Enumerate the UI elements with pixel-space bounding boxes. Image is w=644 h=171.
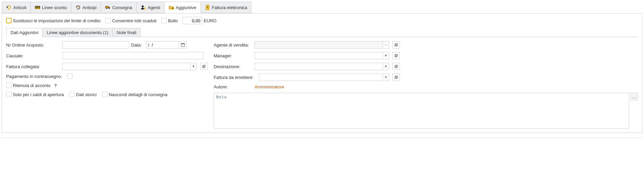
data-date-control [146, 41, 187, 49]
inner-tab-note-finali[interactable]: Note finali [113, 28, 141, 37]
tab-agenti[interactable]: Agenti [136, 2, 165, 13]
svg-point-3 [106, 8, 107, 9]
pagamento-contrassegno-label: Pagamento in contrassegno: [6, 74, 65, 79]
row-fattura-da-emettere: Fattura da emettere: ▼ [214, 74, 638, 81]
tab-linee-sconto[interactable]: Linee sconto [30, 2, 71, 13]
dropdown-button-disabled: ▾ [383, 41, 389, 49]
footer-divider [2, 138, 642, 138]
svg-rect-22 [395, 77, 397, 79]
popout-icon [395, 54, 398, 57]
manager-combo: ▼ [255, 52, 389, 59]
data-input[interactable] [146, 41, 179, 49]
tab-consegna[interactable]: Consegna [101, 2, 137, 13]
row-nota: ... [214, 93, 638, 129]
top-controls-row: Sostituisci le impostazioni del limite d… [6, 17, 638, 24]
consentire-lotti-checkbox[interactable]: Consentire lotti scaduti [105, 18, 157, 23]
svg-rect-17 [396, 44, 398, 46]
causale-input[interactable] [62, 52, 204, 59]
autore-label: Autore: [214, 84, 253, 89]
data-label: Data: [131, 42, 144, 48]
svg-rect-16 [395, 44, 397, 46]
top-tab-bar: Articoli Linee sconto Anticipi Consegna … [2, 2, 642, 13]
nascondi-dettagli-checkbox[interactable]: Nascondi dettagli di consegna [102, 92, 167, 97]
tab-anticipi-label: Anticipi [82, 5, 97, 10]
fattura-collegata-input[interactable] [62, 63, 191, 70]
popout-icon [202, 65, 206, 68]
destinazione-label: Destinazione: [214, 64, 253, 69]
currency-label: EURO [204, 18, 217, 23]
inner-tab-linee-aggiuntive[interactable]: Linee aggiuntive documento (1) [42, 28, 113, 37]
help-button[interactable]: ? [52, 82, 58, 88]
popout-button[interactable] [392, 52, 400, 59]
fattura-collegata-label: Fattura collegata: [6, 64, 60, 69]
svg-rect-19 [396, 54, 398, 56]
row-ritenuta-acconto: Ritenuta di acconto ? [6, 82, 209, 88]
tab-consegna-label: Consegna [112, 5, 132, 10]
dropdown-button[interactable]: ▼ [383, 52, 389, 59]
popout-button[interactable] [392, 63, 400, 70]
history-icon [75, 5, 81, 10]
bollo-checkbox[interactable]: Bollo [161, 18, 178, 23]
calendar-button[interactable] [179, 41, 187, 49]
popout-button[interactable] [392, 74, 400, 81]
fattura-da-emettere-label: Fattura da emettere: [214, 75, 257, 80]
manager-input[interactable] [255, 52, 383, 59]
svg-rect-20 [395, 66, 397, 68]
ritenuta-acconto-label: Ritenuta di acconto [13, 83, 50, 88]
nr-ordine-input[interactable] [62, 41, 129, 49]
ritenuta-acconto-checkbox[interactable]: Ritenuta di acconto [6, 83, 50, 88]
svg-rect-14 [202, 66, 205, 68]
dropdown-button[interactable]: ▼ [383, 63, 389, 70]
inner-tab-linee-aggiuntive-label: Linee aggiuntive documento (1) [47, 30, 108, 35]
dropdown-button[interactable]: ▼ [383, 74, 389, 81]
tab-linee-sconto-label: Linee sconto [42, 5, 67, 10]
tab-aggiuntive-label: Aggiuntive [176, 5, 196, 10]
bollo-label: Bollo [168, 18, 178, 23]
tab-fattura-elettronica[interactable]: Fattura elettronica [200, 2, 252, 13]
autore-value: Amministratore [255, 84, 284, 89]
agente-vendita-label: Agente di vendita: [214, 42, 253, 48]
nota-textarea[interactable] [214, 93, 629, 129]
svg-rect-2 [105, 6, 108, 8]
row-fattura-collegata: Fattura collegata: ▼ [6, 63, 209, 70]
svg-rect-21 [396, 65, 398, 67]
inner-tab-dati-aggiuntivi[interactable]: Dati Aggiuntivi [6, 28, 43, 37]
popout-button[interactable] [392, 41, 400, 49]
dati-storici-checkbox[interactable]: Dati storici [69, 92, 97, 97]
nota-more-button[interactable]: ... [630, 93, 638, 100]
agente-vendita-input [255, 41, 383, 49]
tab-content-panel: Sostituisci le impostazioni del limite d… [2, 13, 642, 133]
dropdown-button[interactable]: ▼ [191, 63, 197, 70]
sostituisci-limite-checkbox[interactable]: Sostituisci le impostazioni del limite d… [6, 18, 100, 23]
row-autore: Autore: Amministratore [214, 84, 638, 89]
consentire-lotti-label: Consentire lotti scaduti [112, 18, 157, 23]
checkbox-icon [69, 92, 75, 97]
manager-label: Manager: [214, 53, 253, 58]
bollo-amount-input[interactable] [183, 17, 202, 24]
checkbox-icon [6, 83, 11, 88]
checkbox-icon [6, 92, 11, 97]
sostituisci-label: Sostituisci le impostazioni del limite d… [13, 18, 100, 23]
tab-articoli[interactable]: Articoli [2, 2, 31, 13]
fattura-da-emettere-input[interactable] [259, 74, 383, 81]
solo-saldi-apertura-checkbox[interactable]: Solo per i saldi di apertura [6, 92, 64, 97]
nr-ordine-label: Nr Ordine Acquisto: [6, 42, 60, 48]
destinazione-input[interactable] [255, 63, 383, 70]
pagamento-contrassegno-checkbox[interactable] [67, 74, 73, 79]
tab-aggiuntive[interactable]: Aggiuntive [164, 2, 201, 13]
popout-icon [395, 76, 398, 79]
solo-saldi-apertura-label: Solo per i saldi di apertura [13, 92, 64, 97]
row-causale: Causale: [6, 52, 209, 59]
svg-rect-15 [203, 65, 205, 67]
checkbox-icon [67, 74, 73, 79]
destinazione-combo: ▼ [255, 63, 389, 70]
form-column-right: Agente di vendita: ▾ Manager: ▼ [214, 41, 638, 129]
row-agente-vendita: Agente di vendita: ▾ [214, 41, 638, 49]
inner-tab-note-finali-label: Note finali [117, 30, 137, 35]
svg-point-4 [109, 8, 110, 9]
rotate-icon [6, 5, 11, 10]
popout-button[interactable] [200, 63, 208, 70]
tab-anticipi[interactable]: Anticipi [71, 2, 101, 13]
tab-fattura-elettronica-label: Fattura elettronica [212, 5, 247, 10]
svg-point-8 [172, 8, 173, 9]
